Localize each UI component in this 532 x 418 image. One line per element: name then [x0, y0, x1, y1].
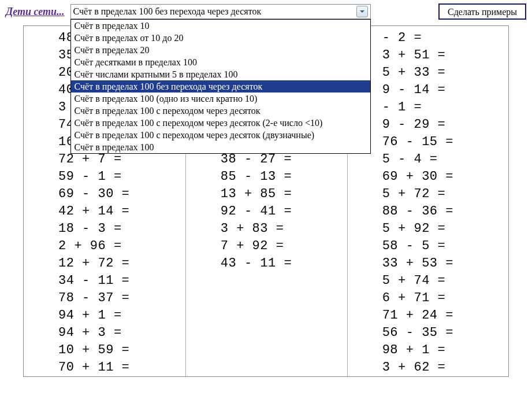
problem-row: 18 - 3 = — [58, 220, 173, 238]
problem-row: 94 + 3 = — [58, 324, 173, 342]
problem-row: 5 + 92 = — [382, 220, 497, 238]
problem-row: - 2 = — [382, 29, 497, 47]
mode-option[interactable]: Счёт в пределах 100 — [71, 141, 370, 153]
problem-row: - 1 = — [382, 99, 497, 116]
problem-row: 9 - 29 = — [382, 116, 497, 134]
problem-row: 71 + 24 = — [382, 307, 497, 324]
problem-row: 69 + 30 = — [382, 168, 497, 186]
problem-column-3: - 2 =3 + 51 =5 + 33 =9 - 14 =- 1 =9 - 29… — [347, 29, 508, 376]
mode-option[interactable]: Счёт в пределах 100 с переходом через де… — [71, 129, 370, 141]
problem-row: 59 - 1 = — [58, 168, 173, 186]
problem-row: 69 - 30 = — [58, 186, 173, 203]
mode-option[interactable]: Счёт числами кратными 5 в пределах 100 — [71, 68, 370, 80]
problem-row: 43 - 11 = — [221, 255, 335, 272]
mode-select-value: Счёт в пределах 100 без перехода через д… — [73, 5, 262, 18]
problem-row: 7 + 92 = — [221, 238, 335, 255]
site-link[interactable]: Дети сети... — [6, 6, 65, 18]
problem-row: 58 - 5 = — [382, 238, 497, 255]
problem-row: 5 + 72 = — [382, 186, 497, 203]
problem-row: 85 - 13 = — [221, 168, 335, 186]
problem-row: 5 + 74 = — [382, 272, 497, 290]
mode-select-closed[interactable]: Счёт в пределах 100 без перехода через д… — [70, 4, 371, 19]
mode-option[interactable]: Счёт в пределах 100 с переходом через де… — [71, 117, 370, 129]
mode-option[interactable]: Счёт в пределах 20 — [71, 44, 370, 56]
problem-row: 56 - 35 = — [382, 324, 497, 342]
mode-option[interactable]: Счёт в пределах от 10 до 20 — [71, 32, 370, 44]
problem-row: 70 + 11 = — [58, 359, 173, 376]
problem-row: 98 + 1 = — [382, 342, 497, 359]
problem-row: 92 - 41 = — [221, 203, 335, 220]
problem-row: 5 + 33 = — [382, 64, 497, 82]
problem-row: 33 + 53 = — [382, 255, 497, 272]
mode-option[interactable]: Счёт в пределах 10 — [71, 20, 370, 32]
problem-row: 34 - 11 = — [58, 272, 173, 290]
problem-row: 3 + 51 = — [382, 47, 497, 64]
mode-option[interactable]: Счёт в пределах 100 без перехода через д… — [71, 80, 370, 93]
problem-row: 3 + 62 = — [382, 359, 497, 376]
mode-dropdown[interactable]: Счёт в пределах 10Счёт в пределах от 10 … — [70, 19, 371, 154]
top-bar: Дети сети... Счёт в пределах 100 без пер… — [6, 3, 526, 20]
mode-option[interactable]: Счёт десятками в пределах 100 — [71, 56, 370, 68]
problem-row: 78 - 37 = — [58, 290, 173, 307]
problem-row: 2 + 96 = — [58, 238, 173, 255]
problem-row: 10 + 59 = — [58, 342, 173, 359]
problem-row: 3 + 83 = — [221, 220, 335, 238]
problem-row: 12 + 72 = — [58, 255, 173, 272]
problem-row: 9 - 14 = — [382, 82, 497, 99]
problem-row: 94 + 1 = — [58, 307, 173, 324]
mode-select[interactable]: Счёт в пределах 100 без перехода через д… — [70, 4, 371, 19]
mode-option[interactable]: Счёт в пределах 100 с переходом через де… — [71, 105, 370, 117]
problem-row: 5 - 4 = — [382, 151, 497, 168]
mode-option[interactable]: Счёт в пределах 100 (одно из чисел кратн… — [71, 93, 370, 105]
problem-row: 13 + 85 = — [221, 186, 335, 203]
problem-row: 42 + 14 = — [58, 203, 173, 220]
problem-row: 6 + 71 = — [382, 290, 497, 307]
problem-row: 88 - 36 = — [382, 203, 497, 220]
problem-row: 76 - 15 = — [382, 134, 497, 151]
generate-button[interactable]: Сделать примеры — [438, 3, 526, 20]
chevron-down-icon[interactable] — [356, 6, 368, 17]
